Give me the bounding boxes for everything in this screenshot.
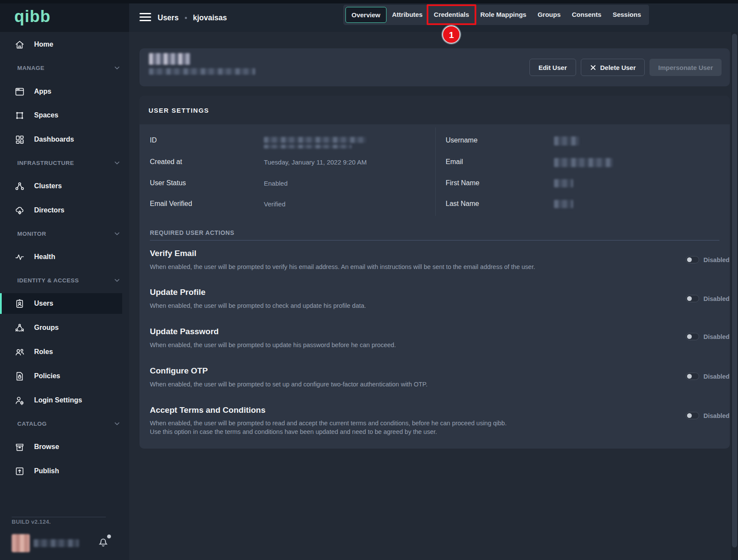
edit-user-button[interactable]: Edit User	[529, 59, 576, 76]
tab-attributes[interactable]: Attributes	[386, 7, 428, 23]
delete-user-button[interactable]: Delete User	[581, 59, 645, 76]
tab-label: Credentials	[434, 11, 469, 18]
login-settings-icon	[14, 395, 25, 406]
sidebar-section-identity-access[interactable]: IDENTITY & ACCESS	[17, 275, 121, 285]
action-title-update-profile: Update Profile	[150, 288, 206, 297]
sidebar-item-label: Health	[34, 253, 55, 261]
sidebar-item-apps[interactable]: Apps	[0, 81, 129, 102]
policies-icon	[14, 371, 25, 382]
field-value-email-verified: Verified	[264, 200, 285, 208]
scrollbar-track[interactable]	[731, 32, 738, 560]
app-window: qibb Home MANAGE Apps Spaces Dashboards …	[0, 0, 738, 560]
apps-icon	[14, 86, 25, 97]
sidebar-item-browse[interactable]: Browse	[0, 437, 129, 457]
tab-sessions[interactable]: Sessions	[607, 7, 647, 23]
field-label-email: Email	[446, 158, 463, 166]
field-label-id: ID	[150, 136, 157, 144]
field-value-user-status: Enabled	[264, 180, 288, 187]
sidebar-section-infrastructure[interactable]: INFRASTRUCTURE	[17, 158, 121, 168]
action-desc: When enabled, the user will be prompted …	[150, 263, 535, 270]
sidebar-section-manage[interactable]: MANAGE	[17, 63, 121, 73]
section-title: MANAGE	[17, 65, 44, 71]
sidebar-item-label: Policies	[34, 372, 60, 380]
field-value-username-redacted	[554, 136, 579, 146]
settings-card-title: USER SETTINGS	[139, 96, 730, 124]
avatar[interactable]	[12, 534, 30, 552]
sidebar-item-publish[interactable]: Publish	[0, 461, 129, 481]
field-value-created-at: Tuesday, January 11, 2022 9:20 AM	[264, 158, 367, 166]
breadcrumb-section[interactable]: Users	[158, 13, 179, 22]
chevron-down-icon	[113, 420, 121, 427]
sidebar-item-label: Publish	[34, 467, 59, 475]
window-top-strip	[0, 0, 738, 3]
sidebar-section-monitor[interactable]: MONITOR	[17, 228, 121, 239]
sidebar-item-groups[interactable]: Groups	[0, 317, 129, 338]
tab-credentials[interactable]: Credentials 1	[428, 7, 475, 23]
sidebar-item-spaces[interactable]: Spaces	[0, 105, 129, 126]
field-value-first-name-redacted	[554, 179, 573, 187]
breadcrumb-current[interactable]: kjovaisas	[193, 13, 227, 22]
user-display-name-redacted	[149, 53, 190, 65]
menu-toggle-button[interactable]	[139, 13, 152, 23]
toggle-knob	[687, 413, 692, 418]
sidebar-item-label: Dashboards	[34, 136, 74, 143]
section-title: CATALOG	[17, 421, 47, 427]
sidebar-section-catalog[interactable]: CATALOG	[17, 418, 121, 429]
verify-email-toggle[interactable]	[686, 256, 699, 263]
main-content: Edit User Delete User Impersonate User U…	[129, 32, 738, 560]
user-settings-card: USER SETTINGS ID Created at Tuesday, Jan…	[139, 96, 730, 449]
qibb-logo[interactable]: qibb	[14, 7, 51, 26]
update-profile-toggle[interactable]	[686, 295, 699, 302]
sidebar-item-roles[interactable]: Roles	[0, 342, 129, 362]
user-summary-card: Edit User Delete User Impersonate User	[139, 48, 730, 86]
field-label-username: Username	[446, 136, 478, 144]
sidebar-item-login-settings[interactable]: Login Settings	[0, 390, 129, 411]
sidebar-item-directors[interactable]: Directors	[0, 200, 129, 221]
sidebar-item-label: Login Settings	[34, 396, 82, 404]
tab-overview[interactable]: Overview	[345, 7, 386, 23]
sidebar-item-clusters[interactable]: Clusters	[0, 176, 129, 196]
sidebar: qibb Home MANAGE Apps Spaces Dashboards …	[0, 3, 129, 560]
sidebar-item-home[interactable]: Home	[0, 34, 129, 55]
logo-box: qibb	[0, 3, 129, 32]
section-title: INFRASTRUCTURE	[17, 160, 74, 166]
toggle-state-label: Disabled	[703, 373, 729, 380]
sidebar-item-dashboards[interactable]: Dashboards	[0, 129, 129, 150]
action-desc: When enabled, the user will be prompted …	[150, 342, 396, 348]
x-icon	[590, 64, 596, 71]
tab-role-mappings[interactable]: Role Mappings	[475, 7, 532, 23]
action-desc: When enabled, the user will be prompted …	[150, 302, 366, 309]
section-title: MONITOR	[17, 231, 46, 237]
dashboards-icon	[14, 134, 25, 145]
toggle-state-label: Disabled	[703, 333, 729, 340]
scrollbar-thumb[interactable]	[732, 34, 737, 547]
sidebar-item-users[interactable]: Users	[0, 293, 122, 314]
sidebar-divider	[12, 517, 106, 517]
notifications-button[interactable]	[97, 535, 112, 551]
update-password-toggle[interactable]	[686, 333, 699, 340]
sidebar-item-health[interactable]: Health	[0, 247, 129, 267]
details-column-divider	[435, 127, 436, 216]
clusters-icon	[14, 181, 25, 192]
sidebar-item-policies[interactable]: Policies	[0, 366, 129, 386]
impersonate-user-button[interactable]: Impersonate User	[649, 59, 722, 76]
home-icon	[14, 39, 25, 50]
tab-consents[interactable]: Consents	[566, 7, 607, 23]
publish-icon	[14, 466, 25, 477]
toggle-knob	[687, 296, 692, 301]
browse-icon	[14, 442, 25, 452]
sidebar-item-label: Clusters	[34, 182, 62, 190]
configure-otp-toggle[interactable]	[686, 373, 699, 380]
sidebar-item-label: Groups	[34, 324, 59, 332]
roles-icon	[14, 347, 25, 358]
action-title-configure-otp: Configure OTP	[150, 366, 208, 376]
update-password-toggle-row: Disabled	[686, 333, 729, 340]
directors-icon	[14, 205, 25, 216]
annotation-step-badge: 1	[442, 25, 460, 44]
toggle-knob	[687, 374, 692, 379]
chevron-down-icon	[113, 159, 121, 167]
accept-terms-toggle[interactable]	[686, 412, 699, 419]
chevron-down-icon	[113, 230, 121, 237]
field-label-email-verified: Email Verified	[150, 200, 192, 208]
tab-groups[interactable]: Groups	[532, 7, 566, 23]
